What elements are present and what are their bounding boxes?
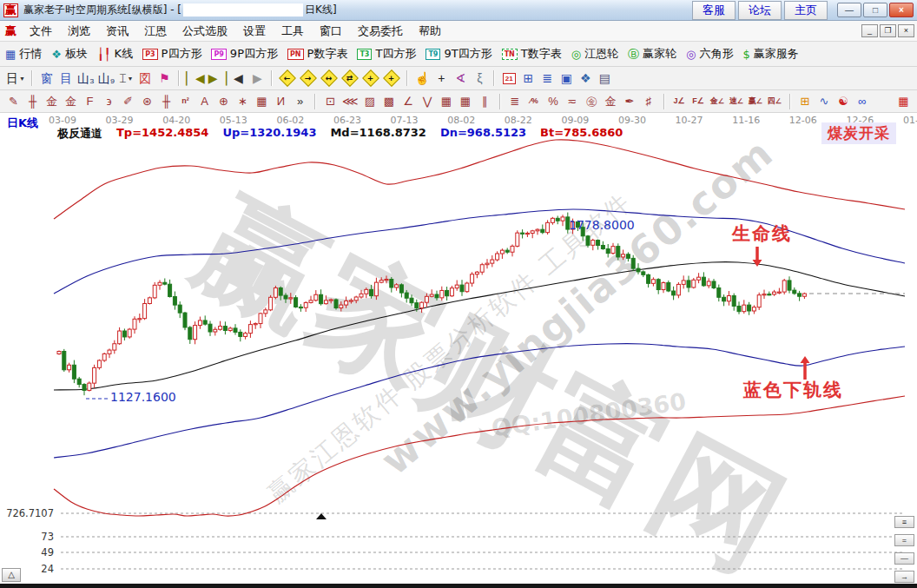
ray-star-button[interactable]: ∗	[234, 93, 251, 110]
forum-button[interactable]: 论坛	[738, 1, 782, 20]
menu-item-formula-picker[interactable]: 公式选股	[175, 22, 235, 41]
menu-item-news[interactable]: 资讯	[98, 22, 136, 41]
network-share-button[interactable]: ❖	[577, 69, 594, 88]
mdi-restore-button[interactable]: ❐	[880, 24, 896, 37]
workstation-button[interactable]: ▤	[596, 69, 613, 88]
gold-grid-1-button[interactable]: 金	[43, 93, 60, 110]
gold-circle-button[interactable]: ㊎	[584, 93, 600, 110]
market-quotes-button[interactable]: ▦行情	[5, 46, 42, 62]
customer-service-button[interactable]: 客服	[692, 1, 736, 20]
time-circle-button[interactable]: ⊛	[139, 93, 155, 110]
taichi-button[interactable]: ☯	[835, 93, 852, 110]
menu-item-browse[interactable]: 浏览	[60, 22, 98, 41]
homepage-button[interactable]: 主页	[784, 1, 828, 20]
cross-move-button[interactable]: +	[362, 69, 379, 87]
pen-tool-button[interactable]: ✎	[5, 93, 22, 110]
scroll-position-marker[interactable]	[316, 513, 327, 519]
t-number-table-button[interactable]: TNT数字表	[502, 46, 562, 62]
calendar-button[interactable]: 21	[500, 69, 518, 88]
grid-pattern-button[interactable]: ▦	[254, 93, 270, 110]
winner-wheel-button[interactable]: Ⓑ赢家轮	[628, 46, 676, 62]
candle-type-button[interactable]: ⌶▼	[117, 69, 135, 88]
save-button[interactable]: ▣	[557, 69, 575, 88]
angle-f-button[interactable]: F∠	[690, 93, 707, 110]
t-square-button[interactable]: T3T四方形	[357, 46, 416, 62]
p-number-table-button[interactable]: PNP数字表	[287, 46, 347, 62]
menu-item-file[interactable]: 文件	[22, 22, 60, 41]
marker-pen-button[interactable]: ✐	[120, 93, 136, 110]
angle-gold-button[interactable]: 金∠	[709, 93, 726, 110]
gold-levels-button[interactable]: 金	[603, 93, 619, 110]
angle-measure-button[interactable]: ∢	[452, 69, 469, 88]
bars-3-button[interactable]: 山₃	[76, 69, 96, 88]
9t-square-button[interactable]: T99T四方形	[426, 46, 491, 62]
color-grid-button[interactable]: ⊞	[797, 93, 814, 110]
pattern-box-button[interactable]: 図	[136, 69, 154, 88]
scale-list-button[interactable]: ≣	[507, 93, 524, 110]
mdi-close-button[interactable]: ×	[898, 24, 914, 37]
parallel-lines-button[interactable]: ∥	[477, 93, 493, 110]
split-two-button[interactable]: =	[894, 534, 914, 546]
gann-tool-button[interactable]: ξ	[471, 69, 488, 88]
n-square-button[interactable]: n²	[177, 93, 194, 110]
minimize-button[interactable]: —	[837, 3, 861, 17]
split-three-button[interactable]: ≡	[894, 516, 914, 528]
nav-first-button[interactable]: ▏◀	[185, 69, 206, 88]
percent-slash-button[interactable]: ⁄%	[526, 93, 543, 110]
label-a-button[interactable]: A	[196, 93, 213, 110]
percent-button[interactable]: %	[545, 93, 562, 110]
circle-target-button[interactable]: ⊕	[215, 93, 232, 110]
angle-speed-button[interactable]: 速∠	[729, 93, 745, 110]
close-button[interactable]: ×	[889, 3, 914, 17]
split-one-button[interactable]: —	[894, 552, 914, 565]
winner-service-button[interactable]: $赢家服务	[742, 46, 798, 62]
cross-expand-button[interactable]: +	[383, 69, 400, 87]
angle-win-button[interactable]: 赢∠	[748, 93, 764, 110]
box-handles-button[interactable]: ⊡	[322, 93, 339, 110]
f-grid-button[interactable]: F	[82, 93, 98, 110]
9p-square-button[interactable]: P99P四方形	[211, 46, 278, 62]
scrollbar-up-button[interactable]: △	[2, 568, 21, 582]
p-square-button[interactable]: P3P四方形	[142, 46, 201, 62]
zoom-horizontal-button[interactable]: ↔	[320, 69, 338, 87]
notes-button[interactable]: ≣	[538, 69, 556, 88]
maximize-button[interactable]: □	[863, 3, 887, 17]
gold-grid-2-button[interactable]: 金	[63, 93, 79, 110]
fan-rays-button[interactable]: ⋘	[341, 93, 360, 110]
dense-grid-2-button[interactable]: ▦	[458, 93, 474, 110]
crosshair-button[interactable]: +	[432, 69, 450, 88]
chart-canvas[interactable]: 726.7107734924	[0, 113, 917, 588]
angle-rays-button[interactable]: ∠	[400, 93, 417, 110]
menu-item-gann[interactable]: 江恩	[136, 22, 175, 41]
angle-j-button[interactable]: J∠	[671, 93, 688, 110]
box-net-button[interactable]: ▩	[381, 93, 398, 110]
dense-grid-1-button[interactable]: ▦	[439, 93, 455, 110]
flag-marker-button[interactable]: ⚑	[155, 69, 173, 88]
sector-tag[interactable]: 煤炭开采	[821, 122, 896, 144]
angle-four-button[interactable]: 四∠	[767, 93, 783, 110]
pan-right-button[interactable]: →	[300, 69, 317, 87]
menu-item-settings[interactable]: 设置	[235, 22, 274, 41]
bars-9-button[interactable]: 山₉	[97, 69, 116, 88]
compress-horizontal-button[interactable]: ⇄	[341, 69, 359, 87]
sectors-button[interactable]: ❖板块	[51, 46, 88, 62]
window-layout-button[interactable]: 窗	[38, 69, 56, 88]
hand-tool-button[interactable]: ☝	[413, 69, 431, 88]
hexagon-button[interactable]: ◎六角形	[686, 46, 733, 62]
nav-prev-button[interactable]: ◀	[229, 69, 247, 88]
calculator-button[interactable]: ⊞	[519, 69, 537, 88]
percent-levels-button[interactable]: ≂	[564, 93, 581, 110]
nav-next-button[interactable]: ▶	[248, 69, 266, 88]
nav-last-button[interactable]: ▶▕	[208, 69, 228, 88]
pan-left-button[interactable]: ←	[279, 69, 296, 87]
infinity-button[interactable]: ∞	[854, 93, 871, 110]
menu-item-help[interactable]: 帮助	[411, 22, 449, 41]
zigzag-button[interactable]: ⋁	[419, 93, 436, 110]
expand-right-button[interactable]: →	[894, 571, 914, 583]
pen-vertical-button[interactable]: ✒	[622, 93, 638, 110]
kline-button[interactable]: ╽╿K线	[97, 46, 133, 62]
spiral-button[interactable]: ϶	[101, 93, 117, 110]
box-fan-button[interactable]: ▨	[362, 93, 379, 110]
period-day-button[interactable]: 日▼	[5, 69, 26, 88]
info-note-button[interactable]: 目	[57, 69, 75, 88]
